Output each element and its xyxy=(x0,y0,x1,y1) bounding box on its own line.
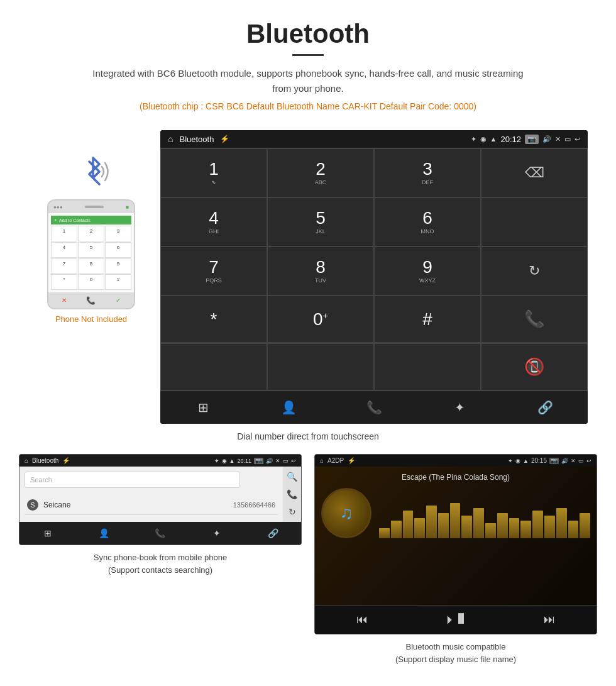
bluetooth-status-icon: ✦ xyxy=(471,135,476,143)
phonebook-camera-icon: 📷 xyxy=(254,458,263,464)
usb-icon: ⚡ xyxy=(220,135,229,143)
phone-screen: ＋ Add to Contacts 1 2 3 4 5 6 7 8 9 * 0 … xyxy=(48,213,134,292)
music-content-row: ♫ xyxy=(321,488,590,538)
contact-name: Seicane xyxy=(43,501,228,509)
music-home-icon[interactable]: ⌂ xyxy=(320,457,324,464)
mini-nav-phone[interactable]: 📞 xyxy=(132,522,189,545)
window-icon[interactable]: ▭ xyxy=(564,135,571,143)
nav-person-icon[interactable]: 👤 xyxy=(246,391,331,424)
phone-mockup: ●●● ■ ＋ Add to Contacts 1 2 3 4 5 6 7 8 xyxy=(47,199,135,309)
dialpad-key-4[interactable]: 4 GHI xyxy=(160,197,267,246)
home-icon[interactable]: ⌂ xyxy=(168,134,173,144)
phonebook-back-icon[interactable]: ↩ xyxy=(291,458,296,464)
music-next-button[interactable]: ⏭ xyxy=(503,606,597,634)
phone-top-bar: ●●● ■ xyxy=(48,201,134,213)
music-bt-icon: ✦ xyxy=(508,458,513,464)
close-icon[interactable]: ✕ xyxy=(555,135,561,143)
volume-icon[interactable]: 🔊 xyxy=(542,135,551,143)
music-prev-button[interactable]: ⏮ xyxy=(315,606,409,634)
music-controls: ⏮ ⏵❚ ⏭ xyxy=(315,605,597,634)
signal-icon: ▲ xyxy=(490,135,497,143)
dialpad-key-hash[interactable]: # xyxy=(374,296,481,343)
phonebook-bottom-nav: ⊞ 👤 📞 ✦ 🔗 xyxy=(19,522,301,545)
mini-nav-person[interactable]: 👤 xyxy=(76,522,133,545)
music-app-name: A2DP xyxy=(327,457,344,464)
phonebook-call-icon[interactable]: 📞 xyxy=(287,489,297,499)
phonebook-home-icon[interactable]: ⌂ xyxy=(25,457,28,464)
dialpad-key-7[interactable]: 7 PQRS xyxy=(160,246,267,296)
title-underline xyxy=(292,54,324,56)
dialpad-key-star[interactable]: * xyxy=(160,296,267,343)
dialpad-bottom-row: 📵 xyxy=(160,343,588,390)
car-bottom-nav: ⊞ 👤 📞 ✦ 🔗 xyxy=(160,390,588,424)
mini-nav-link[interactable]: 🔗 xyxy=(245,522,301,545)
music-camera-icon: 📷 xyxy=(549,458,559,464)
phonebook-status-bar: ⌂ Bluetooth ⚡ ✦ ◉ ▲ 20:11 📷 🔊 ✕ ▭ ↩ xyxy=(19,455,301,467)
dialpad-key-6[interactable]: 6 MNO xyxy=(374,197,481,246)
phonebook-search-icon[interactable]: 🔍 xyxy=(287,472,297,482)
dialpad-call-green[interactable]: 📞 xyxy=(481,296,588,343)
mini-nav-grid[interactable]: ⊞ xyxy=(19,522,76,545)
music-screen: ⌂ A2DP ⚡ ✦ ◉ ▲ 20:15 📷 🔊 ✕ ▭ ↩ xyxy=(314,454,597,634)
music-win-icon[interactable]: ▭ xyxy=(578,458,584,464)
phonebook-status-left: ⌂ Bluetooth ⚡ xyxy=(25,457,70,464)
phone-key: 1 xyxy=(51,226,77,241)
dialpad-key-5[interactable]: 5 JKL xyxy=(267,197,374,246)
phone-bottom-bar: ✕ 📞 ✓ xyxy=(48,292,134,308)
phonebook-location-icon: ◉ xyxy=(222,458,227,464)
phone-screen-top: ＋ Add to Contacts xyxy=(51,216,131,224)
dialpad-empty-4 xyxy=(374,343,481,390)
dialpad-backspace[interactable]: ⌫ xyxy=(481,148,588,197)
phone-not-included-label: Phone Not Included xyxy=(55,314,127,324)
phone-key: 0 xyxy=(78,274,104,290)
phonebook-bt-icon: ✦ xyxy=(214,458,219,464)
bluetooth-wave-container xyxy=(69,149,113,193)
dialpad-key-3[interactable]: 3 DEF xyxy=(374,148,481,197)
phone-key: 9 xyxy=(105,258,131,274)
phone-keypad: 1 2 3 4 5 6 7 8 9 * 0 # xyxy=(51,226,131,290)
music-close-icon[interactable]: ✕ xyxy=(571,458,576,464)
dialpad-call-red[interactable]: 📵 xyxy=(481,343,588,390)
phonebook-close-icon[interactable]: ✕ xyxy=(275,458,280,464)
mini-nav-bt[interactable]: ✦ xyxy=(189,522,245,545)
music-play-pause-button[interactable]: ⏵❚ xyxy=(409,606,502,634)
phonebook-vol-icon: 🔊 xyxy=(266,458,273,464)
phonebook-refresh-icon[interactable]: ↻ xyxy=(289,507,296,517)
dialpad-key-0[interactable]: 0+ xyxy=(267,296,374,343)
back-icon[interactable]: ↩ xyxy=(575,135,580,143)
music-time: 20:15 xyxy=(531,457,547,464)
dialpad-key-8[interactable]: 8 TUV xyxy=(267,246,374,296)
phone-key: 5 xyxy=(78,242,104,258)
phonebook-main: Search S Seicane 13566664466 xyxy=(19,467,283,522)
music-equalizer xyxy=(379,488,590,538)
status-left: ⌂ Bluetooth ⚡ xyxy=(168,134,229,144)
phonebook-icons-right: 🔍 📞 ↻ xyxy=(283,467,301,522)
contact-row-seicane[interactable]: S Seicane 13566664466 xyxy=(25,495,278,515)
dial-caption: Dial number direct from touchscreen xyxy=(0,431,616,441)
nav-phone-icon[interactable]: 📞 xyxy=(331,391,417,424)
music-status-right: ✦ ◉ ▲ 20:15 📷 🔊 ✕ ▭ ↩ xyxy=(508,457,591,464)
phonebook-win-icon[interactable]: ▭ xyxy=(283,458,289,464)
nav-grid-icon[interactable]: ⊞ xyxy=(160,391,246,424)
contact-avatar: S xyxy=(27,499,38,511)
nav-link-icon[interactable]: 🔗 xyxy=(502,391,588,424)
music-back-icon[interactable]: ↩ xyxy=(586,458,591,464)
car-screen: ⌂ Bluetooth ⚡ ✦ ◉ ▲ 20:12 📷 🔊 ✕ ▭ ↩ xyxy=(160,130,588,424)
status-app-name: Bluetooth xyxy=(179,135,214,144)
nav-bluetooth-icon[interactable]: ✦ xyxy=(417,391,502,424)
dialpad-key-9[interactable]: 9 WXYZ xyxy=(374,246,481,296)
bluetooth-wave-icon xyxy=(69,149,119,199)
phonebook-app-name: Bluetooth xyxy=(32,457,58,464)
search-input[interactable]: Search xyxy=(25,472,240,488)
search-placeholder: Search xyxy=(30,476,52,484)
dialpad-empty-2 xyxy=(160,343,267,390)
music-vol-icon: 🔊 xyxy=(561,458,568,464)
dialpad-key-2[interactable]: 2 ABC xyxy=(267,148,374,197)
phonebook-usb-icon: ⚡ xyxy=(62,457,70,464)
search-row: Search xyxy=(25,472,278,492)
music-album-art: ♫ xyxy=(321,488,371,538)
phone-key: * xyxy=(51,274,77,290)
camera-icon[interactable]: 📷 xyxy=(525,135,539,144)
dialpad-key-1[interactable]: 1 ∿ xyxy=(160,148,267,197)
dialpad-refresh[interactable]: ↻ xyxy=(481,246,588,296)
